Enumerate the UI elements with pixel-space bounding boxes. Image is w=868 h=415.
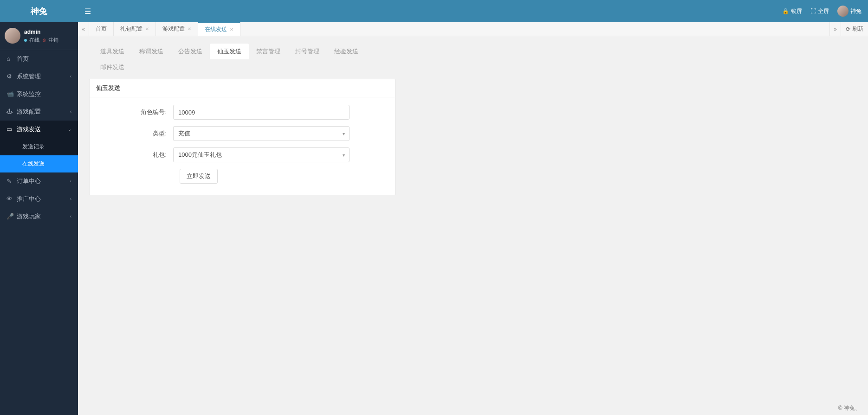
tab-label: 礼包配置 [120,25,143,33]
magic-icon: ✎ [6,178,14,185]
sidebar-item-label: 订单中心 [17,177,41,185]
sidebar-item-label: 游戏玩家 [17,212,41,221]
home-icon: ⌂ [6,55,14,62]
lock-label: 锁屏 [791,7,802,15]
logout-link[interactable]: 注销 [48,37,58,43]
gear-icon: ⚙ [6,73,14,80]
sidebar-item-游戏发送[interactable]: ▭游戏发送⌄ [0,121,78,138]
chevron-left-icon: ‹ [70,196,71,201]
subtab-公告发送[interactable]: 公告发送 [171,44,210,59]
sidebar-subitem-在线发送[interactable]: 在线发送 [0,155,78,172]
subtab-仙玉发送[interactable]: 仙玉发送 [210,44,249,59]
tabstrip: « 首页礼包配置✕游戏配置✕在线发送✕ » ⟳ 刷新 [78,22,868,36]
lock-button[interactable]: 🔒 锁屏 [782,7,802,15]
subtab-邮件发送[interactable]: 邮件发送 [93,59,132,75]
topbar: ☰ 🔒 锁屏 ⛶ 全屏 神兔 [78,0,868,22]
sidebar-item-推广中心[interactable]: 👁推广中心‹ [0,190,78,208]
subtab-经验发送[interactable]: 经验发送 [327,44,366,59]
chevron-left-icon: ‹ [70,214,71,219]
card-icon: ▭ [6,126,14,133]
fullscreen-button[interactable]: ⛶ 全屏 [810,7,829,15]
tab-label: 在线发送 [205,26,227,33]
tab-label: 游戏配置 [162,25,185,33]
online-label: 在线 [29,37,39,43]
dashboard-icon: 🕹 [6,108,14,115]
tab-礼包配置[interactable]: 礼包配置✕ [114,22,156,36]
subtab-封号管理[interactable]: 封号管理 [288,44,327,59]
submit-button[interactable]: 立即发送 [180,169,218,184]
chevron-left-icon: ‹ [70,74,71,79]
footer-copyright: © 神兔、 [838,404,861,412]
tab-scroll-right-icon[interactable]: » [829,22,841,36]
lock-icon: 🔒 [782,8,789,14]
sidebar-item-系统管理[interactable]: ⚙系统管理‹ [0,68,78,85]
logout-icon: ⎋ [43,37,46,43]
type-select[interactable] [173,126,350,141]
tab-首页[interactable]: 首页 [89,22,114,36]
form-panel: 仙玉发送 角色编号: 类型: ▾ 礼包: [89,79,395,195]
close-icon[interactable]: ✕ [145,26,149,32]
brand-title: 神兔 [0,0,78,22]
sidebar-item-label: 系统监控 [17,90,41,98]
user-name: admin [24,28,58,36]
sidebar-item-label: 推广中心 [17,195,41,203]
chevron-left-icon: ‹ [70,109,71,114]
pack-label: 礼包: [99,151,173,159]
pack-select[interactable] [173,147,350,162]
fullscreen-icon: ⛶ [810,8,816,14]
sidebar-item-订单中心[interactable]: ✎订单中心‹ [0,172,78,190]
sidebar-item-系统监控[interactable]: 📹系统监控 [0,85,78,103]
type-label: 类型: [99,129,173,138]
subtab-道具发送[interactable]: 道具发送 [93,44,132,59]
sidebar-item-label: 首页 [17,55,29,63]
tab-在线发送[interactable]: 在线发送✕ [198,22,240,36]
close-icon[interactable]: ✕ [230,27,233,32]
subtabs: 道具发送称谓发送公告发送仙玉发送禁言管理封号管理经验发送 邮件发送 [89,42,857,79]
online-dot-icon [24,39,27,42]
fullscreen-label: 全屏 [818,7,829,15]
avatar [837,6,849,17]
sidebar-item-label: 游戏配置 [17,108,41,116]
sidebar-subitem-发送记录[interactable]: 发送记录 [0,138,78,155]
topbar-username: 神兔 [850,7,862,15]
sidebar-item-游戏玩家[interactable]: 🎤游戏玩家‹ [0,208,78,225]
sidebar-item-游戏配置[interactable]: 🕹游戏配置‹ [0,103,78,121]
camera-icon: 📹 [6,90,14,97]
subtab-称谓发送[interactable]: 称谓发送 [132,44,171,59]
hamburger-icon[interactable]: ☰ [84,7,91,16]
close-icon[interactable]: ✕ [188,26,191,32]
user-block: admin 在线 ⎋ 注销 [0,22,78,50]
tab-label: 首页 [96,25,107,33]
mic-icon: 🎤 [6,213,14,220]
role-input[interactable] [173,105,350,120]
tab-游戏配置[interactable]: 游戏配置✕ [156,22,198,36]
refresh-label: 刷新 [852,25,863,33]
eye-icon: 👁 [6,195,14,202]
sidebar-item-首页[interactable]: ⌂首页 [0,50,78,68]
chevron-left-icon: ‹ [70,179,71,184]
sidebar-item-label: 游戏发送 [17,125,41,134]
refresh-button[interactable]: ⟳ 刷新 [841,22,868,36]
avatar [5,28,20,44]
subtab-禁言管理[interactable]: 禁言管理 [249,44,288,59]
refresh-icon: ⟳ [846,26,850,32]
role-label: 角色编号: [99,108,173,116]
sidebar-item-label: 系统管理 [17,72,41,81]
topbar-user[interactable]: 神兔 [837,6,862,17]
tab-scroll-left-icon[interactable]: « [78,22,89,36]
panel-title: 仙玉发送 [90,79,395,97]
chevron-down-icon: ⌄ [68,127,71,132]
